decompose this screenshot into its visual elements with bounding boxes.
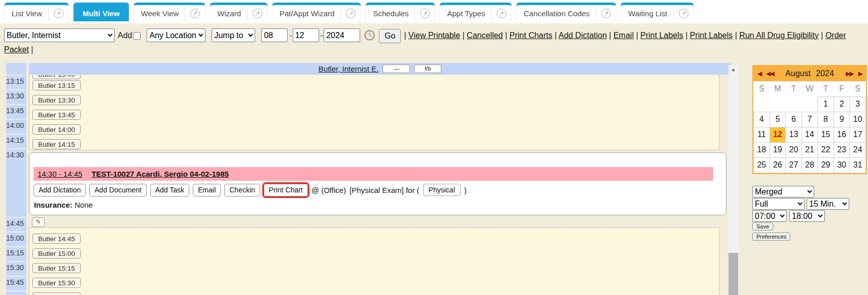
date-year-input[interactable] [324,28,360,42]
action-button-add-dictation[interactable]: Add Dictation [33,184,86,196]
go-button[interactable]: Go [379,29,401,43]
calendar-day-cell[interactable]: 22 [818,142,834,157]
calendar-day-cell[interactable]: 13 [786,127,802,142]
preferences-button[interactable]: Preferences [752,233,790,241]
toolbar-link-print-labels[interactable]: Print Labels [690,31,733,40]
toolbar-link-cancelled[interactable]: Cancelled [467,31,503,40]
calendar-day-cell[interactable]: 3 [850,96,866,112]
tab-multi-view[interactable]: Multi View [73,3,129,21]
calendar-day-cell[interactable]: 6 [786,112,802,127]
popout-icon[interactable]: ↗ [673,5,693,21]
slot-button-butler-14-45[interactable]: Butler 14:45 [32,234,81,244]
popout-icon[interactable]: ↗ [491,5,511,21]
calendar-day-cell[interactable]: 10 [850,112,866,127]
appointment-time-link[interactable]: 14:30 - 14:45 [38,170,82,178]
slot-button-butler-13-00[interactable]: Butler 13:00 [32,75,81,79]
toolbar-link-run-all-drug-eligibility[interactable]: Run All Drug Eligibility [739,31,819,40]
calendar-day-cell[interactable]: 18 [754,142,770,157]
calendar-day-cell[interactable]: 23 [834,142,850,157]
toolbar-link-add-dictation[interactable]: Add Dictation [559,31,607,40]
calendar-day-cell[interactable]: 8 [818,112,834,127]
calendar-day-cell[interactable]: 28 [802,157,818,173]
calendar-fast-prev-icon[interactable]: ◀◀ [766,70,773,77]
start-time-select[interactable]: 07:00 [752,210,787,222]
calendar-day-cell[interactable]: 12 [770,127,786,142]
slot-button-butler-13-30[interactable]: Butler 13:30 [32,95,81,105]
slot-button-butler-14-00[interactable]: Butler 14:00 [32,124,81,135]
slot-button-butler-13-45[interactable]: Butler 13:45 [32,110,81,120]
interval-select[interactable]: 15 Min. [807,198,849,210]
toolbar-link-print-labels[interactable]: Print Labels [640,31,683,40]
calendar-day-cell[interactable]: 11 [754,127,770,142]
calendar-day-cell[interactable]: 26 [770,157,786,173]
slot-button-butler-15-45[interactable]: Butler 15:45 [32,292,81,295]
size-select[interactable]: Full [752,198,805,210]
popout-icon[interactable]: ↗ [340,5,361,21]
tab-waiting-list[interactable]: Waiting List↗ [620,3,694,21]
action-button-add-document[interactable]: Add Document [89,184,147,196]
action-button-checkin[interactable]: Checkin [224,184,260,196]
provider-header-link[interactable]: Butler, Internist E. [319,64,378,73]
calendar-day-cell[interactable]: 29 [818,157,834,173]
toolbar-link-view-printable[interactable]: View Printable [408,31,460,40]
calendar-day-cell[interactable]: 31 [850,157,866,173]
calendar-day-cell[interactable]: 5 [770,112,786,127]
fb-button[interactable]: f/b [414,64,441,73]
calendar-day-cell[interactable]: 7 [802,112,818,127]
slot-button-butler-15-00[interactable]: Butler 15:00 [32,248,81,258]
popout-icon[interactable]: ↗ [185,5,205,21]
popout-icon[interactable]: ↗ [414,5,435,21]
jump-to-select[interactable]: Jump to [212,28,255,42]
end-time-select[interactable]: 18:00 [789,210,825,222]
tab-schedules[interactable]: Schedules↗ [365,3,435,21]
tab-pat-appt-wizard[interactable]: Pat/Appt Wizard↗ [272,3,361,21]
scrollbar-thumb[interactable] [728,253,738,295]
calendar-day-cell[interactable]: 2 [834,96,850,112]
calendar-next-icon[interactable]: ▶ [858,70,862,77]
tab-wizard[interactable]: Wizard↗ [210,3,268,21]
popout-icon[interactable]: ↗ [48,5,68,21]
action-button-email[interactable]: Email [193,184,221,196]
scroll-up-icon[interactable]: ▲ [728,65,738,74]
date-month-input[interactable] [261,28,288,42]
calendar-day-cell[interactable]: 21 [802,142,818,157]
calendar-day-cell[interactable]: 30 [834,157,850,173]
provider-select[interactable]: Butler, Internist [4,28,115,42]
minimize-column-button[interactable]: — [383,64,410,73]
appointment-type-button[interactable]: Physical [423,184,461,196]
calendar-fast-next-icon[interactable]: ▶▶ [846,70,853,77]
calendar-day-cell[interactable]: 17 [850,127,866,142]
calendar-day-cell[interactable]: 20 [786,142,802,157]
action-button-add-task[interactable]: Add Task [150,184,189,196]
slot-button-butler-13-15[interactable]: Butler 13:15 [32,80,81,90]
tab-week-view[interactable]: Week View↗ [133,3,205,21]
calendar-day-cell[interactable]: 24 [850,142,866,157]
calendar-day-cell[interactable]: 19 [770,142,786,157]
popout-icon[interactable]: ↗ [596,5,616,21]
calendar-day-cell[interactable]: 25 [754,157,770,173]
calendar-day-cell[interactable]: 27 [786,157,802,173]
calendar-day-cell[interactable]: 16 [834,127,850,142]
popout-icon[interactable]: ↗ [247,5,267,21]
clock-icon[interactable] [364,30,375,41]
schedule-scrollbar[interactable]: ▲ [728,65,738,295]
calendar-day-cell[interactable]: 15 [818,127,834,142]
tab-cancellation-codes[interactable]: Cancellation Codes↗ [516,3,616,21]
add-checkbox[interactable] [133,32,141,40]
action-button-print-chart[interactable]: Print Chart [264,184,308,196]
slot-button-butler-15-30[interactable]: Butler 15:30 [32,278,81,288]
patient-link[interactable]: TEST-10027 Acardi, Sergio 04-02-1985 [91,170,228,178]
calendar-day-cell[interactable]: 14 [802,127,818,142]
slot-button-butler-14-15[interactable]: Butler 14:15 [32,139,81,149]
view-mode-select[interactable]: Merged [752,186,814,198]
toolbar-link-print-charts[interactable]: Print Charts [509,31,552,40]
calendar-day-cell[interactable]: 1 [818,96,834,112]
save-button[interactable]: Save [752,222,773,231]
location-select[interactable]: Any Location [147,28,205,42]
calendar-day-cell[interactable]: 9 [834,112,850,127]
tab-appt-types[interactable]: Appt Types↗ [439,3,512,21]
calendar-prev-icon[interactable]: ◀ [757,70,761,77]
edit-appointment-button[interactable]: ✎ [32,217,45,227]
date-day-input[interactable] [293,28,319,42]
calendar-day-cell[interactable]: 4 [754,112,770,127]
